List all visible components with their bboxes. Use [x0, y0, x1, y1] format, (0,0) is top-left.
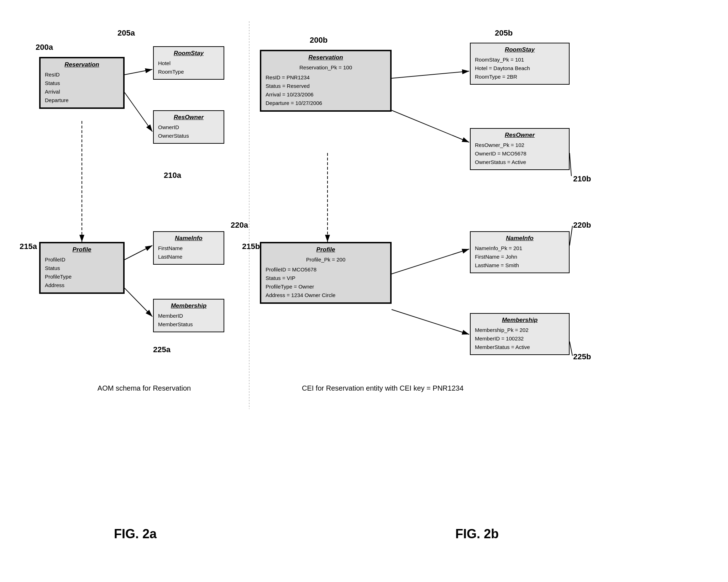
svg-line-13: [570, 153, 571, 176]
profile-box-schema: Profile ProfileID Status ProfileType Add…: [39, 242, 125, 294]
caption-2b: CEI for Reservation entity with CEI key …: [249, 384, 516, 392]
label-205b: 205b: [495, 28, 513, 38]
svg-line-6: [125, 288, 152, 317]
svg-line-14: [570, 226, 572, 245]
label-205a: 205a: [117, 28, 135, 38]
svg-line-8: [392, 110, 469, 142]
resowner-schema-title: ResOwner: [158, 114, 219, 121]
reservation-schema-title: Reservation: [45, 61, 119, 68]
reservation-instance-fields: ResID = PNR1234 Status = Reserved Arriva…: [266, 73, 386, 107]
profile-instance-title: Profile: [266, 246, 386, 253]
resowner-box-instance: ResOwner ResOwner_Pk = 102 OwnerID = MCO…: [470, 128, 570, 170]
fig2b-label: FIG. 2b: [424, 527, 530, 541]
svg-line-11: [392, 249, 469, 274]
nameinfo-instance-title: NameInfo: [475, 235, 565, 242]
membership-schema-fields: MemberID MemberStatus: [158, 312, 219, 329]
reservation-instance-title: Reservation: [266, 54, 386, 61]
resowner-schema-fields: OwnerID OwnerStatus: [158, 123, 219, 140]
label-225a: 225a: [153, 345, 171, 354]
roomstay-instance-title: RoomStay: [475, 46, 565, 53]
membership-instance-title: Membership: [475, 317, 565, 324]
label-220b: 220b: [573, 221, 591, 230]
reservation-instance-pk: Reservation_Pk = 100: [266, 63, 386, 72]
label-210a: 210a: [164, 171, 181, 180]
profile-schema-title: Profile: [45, 246, 119, 253]
label-215a: 215a: [20, 242, 37, 251]
profile-box-instance: Profile Profile_Pk = 200 ProfileID = MCO…: [260, 242, 392, 304]
fig2a-label: FIG. 2a: [82, 527, 189, 541]
svg-line-1: [125, 69, 152, 75]
svg-line-12: [392, 309, 469, 334]
nameinfo-schema-fields: FirstName LastName: [158, 244, 219, 261]
roomstay-schema-fields: Hotel RoomType: [158, 59, 219, 76]
reservation-box-schema: Reservation ResID Status Arrival Departu…: [39, 57, 125, 109]
diagram-container: 200a 205a Reservation ResID Status Arriv…: [0, 0, 728, 582]
label-200b: 200b: [310, 36, 328, 45]
svg-line-7: [392, 71, 469, 78]
label-225b: 225b: [573, 352, 591, 361]
svg-line-5: [125, 245, 152, 260]
profile-schema-fields: ProfileID Status ProfileType Address: [45, 255, 119, 290]
nameinfo-box-instance: NameInfo NameInfo_Pk = 201 FirstName = J…: [470, 231, 570, 273]
membership-box-instance: Membership Membership_Pk = 202 MemberID …: [470, 313, 570, 355]
membership-box-schema: Membership MemberID MemberStatus: [153, 299, 224, 332]
reservation-schema-fields: ResID Status Arrival Departure: [45, 70, 119, 105]
roomstay-box-schema: RoomStay Hotel RoomType: [153, 46, 224, 80]
label-210b: 210b: [573, 174, 591, 184]
label-220a: 220a: [231, 221, 248, 230]
svg-line-2: [125, 92, 152, 132]
membership-schema-title: Membership: [158, 302, 219, 309]
resowner-instance-title: ResOwner: [475, 132, 565, 139]
roomstay-schema-title: RoomStay: [158, 50, 219, 57]
nameinfo-box-schema: NameInfo FirstName LastName: [153, 231, 224, 265]
roomstay-box-instance: RoomStay RoomStay_Pk = 101 Hotel = Dayto…: [470, 43, 570, 85]
resowner-box-schema: ResOwner OwnerID OwnerStatus: [153, 110, 224, 144]
nameinfo-schema-title: NameInfo: [158, 235, 219, 242]
svg-line-15: [570, 342, 572, 356]
caption-2a: AOM schema for Reservation: [28, 384, 260, 392]
label-215b: 215b: [242, 242, 260, 251]
label-200a: 200a: [36, 43, 53, 52]
reservation-box-instance: Reservation Reservation_Pk = 100 ResID =…: [260, 50, 392, 112]
